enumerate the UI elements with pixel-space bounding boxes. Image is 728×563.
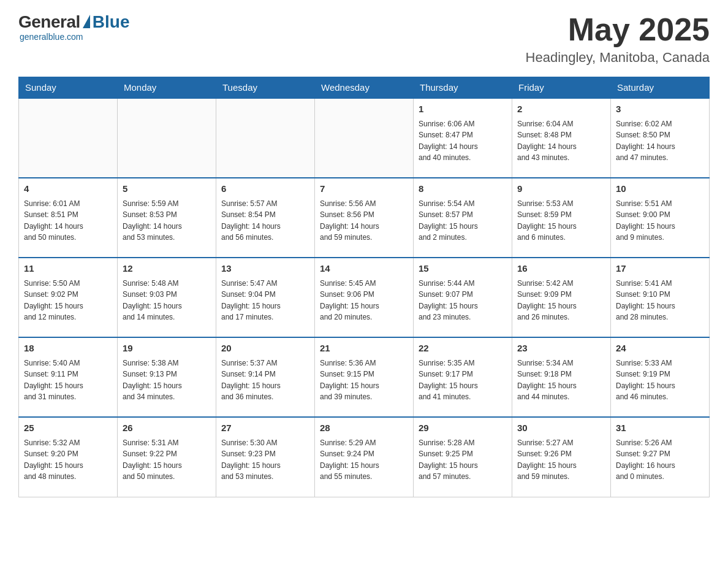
calendar-cell: 20Sunrise: 5:37 AM Sunset: 9:14 PM Dayli… <box>216 337 315 417</box>
day-number: 13 <box>221 262 309 276</box>
day-number: 30 <box>517 421 605 435</box>
day-info: Sunrise: 5:28 AM Sunset: 9:25 PM Dayligh… <box>419 437 507 483</box>
day-number: 31 <box>616 421 704 435</box>
day-number: 21 <box>320 342 408 356</box>
month-year-title: May 2025 <box>526 12 710 47</box>
day-number: 6 <box>221 182 309 196</box>
day-number: 23 <box>517 342 605 356</box>
calendar-cell: 30Sunrise: 5:27 AM Sunset: 9:26 PM Dayli… <box>512 417 611 497</box>
calendar-cell: 11Sunrise: 5:50 AM Sunset: 9:02 PM Dayli… <box>19 258 118 337</box>
calendar-cell: 7Sunrise: 5:56 AM Sunset: 8:56 PM Daylig… <box>315 178 414 258</box>
day-number: 15 <box>419 262 507 276</box>
weekday-header-thursday: Thursday <box>414 77 512 99</box>
day-number: 8 <box>419 182 507 196</box>
calendar-cell <box>315 98 414 178</box>
day-info: Sunrise: 5:50 AM Sunset: 9:02 PM Dayligh… <box>24 278 112 323</box>
day-number: 29 <box>419 421 507 435</box>
week-row-2: 4Sunrise: 6:01 AM Sunset: 8:51 PM Daylig… <box>19 178 710 258</box>
day-info: Sunrise: 5:33 AM Sunset: 9:19 PM Dayligh… <box>616 358 704 403</box>
calendar-cell: 29Sunrise: 5:28 AM Sunset: 9:25 PM Dayli… <box>414 417 512 497</box>
calendar-cell: 18Sunrise: 5:40 AM Sunset: 9:11 PM Dayli… <box>19 337 118 417</box>
weekday-header-row: SundayMondayTuesdayWednesdayThursdayFrid… <box>19 77 710 99</box>
weekday-header-sunday: Sunday <box>19 77 118 99</box>
day-info: Sunrise: 5:57 AM Sunset: 8:54 PM Dayligh… <box>221 198 309 243</box>
day-info: Sunrise: 6:06 AM Sunset: 8:47 PM Dayligh… <box>419 118 507 164</box>
day-info: Sunrise: 5:36 AM Sunset: 9:15 PM Dayligh… <box>320 358 408 403</box>
calendar-cell: 19Sunrise: 5:38 AM Sunset: 9:13 PM Dayli… <box>118 337 216 417</box>
logo-blue-text: Blue <box>93 12 130 32</box>
title-block: May 2025 Headingley, Manitoba, Canada <box>526 12 710 66</box>
day-number: 2 <box>517 102 605 117</box>
calendar-cell: 14Sunrise: 5:45 AM Sunset: 9:06 PM Dayli… <box>315 258 414 337</box>
calendar-cell <box>19 98 118 178</box>
day-number: 24 <box>616 342 704 356</box>
calendar-cell: 12Sunrise: 5:48 AM Sunset: 9:03 PM Dayli… <box>118 258 216 337</box>
calendar-cell: 15Sunrise: 5:44 AM Sunset: 9:07 PM Dayli… <box>414 258 512 337</box>
calendar-cell <box>118 98 216 178</box>
day-number: 22 <box>419 342 507 356</box>
calendar-cell: 9Sunrise: 5:53 AM Sunset: 8:59 PM Daylig… <box>512 178 611 258</box>
day-number: 20 <box>221 342 309 356</box>
day-info: Sunrise: 5:31 AM Sunset: 9:22 PM Dayligh… <box>123 437 211 483</box>
week-row-3: 11Sunrise: 5:50 AM Sunset: 9:02 PM Dayli… <box>19 258 710 337</box>
day-info: Sunrise: 6:02 AM Sunset: 8:50 PM Dayligh… <box>616 118 704 164</box>
day-info: Sunrise: 5:34 AM Sunset: 9:18 PM Dayligh… <box>517 358 605 403</box>
day-number: 28 <box>320 421 408 435</box>
day-info: Sunrise: 6:01 AM Sunset: 8:51 PM Dayligh… <box>24 198 112 243</box>
day-number: 3 <box>616 102 704 117</box>
day-number: 27 <box>221 421 309 435</box>
day-number: 5 <box>123 182 211 196</box>
logo-subtitle: generalblue.com <box>20 32 83 42</box>
calendar-cell: 4Sunrise: 6:01 AM Sunset: 8:51 PM Daylig… <box>19 178 118 258</box>
calendar-cell: 27Sunrise: 5:30 AM Sunset: 9:23 PM Dayli… <box>216 417 315 497</box>
calendar-cell: 17Sunrise: 5:41 AM Sunset: 9:10 PM Dayli… <box>611 258 710 337</box>
day-number: 4 <box>24 182 112 196</box>
calendar-cell: 28Sunrise: 5:29 AM Sunset: 9:24 PM Dayli… <box>315 417 414 497</box>
day-number: 10 <box>616 182 704 196</box>
calendar-cell: 3Sunrise: 6:02 AM Sunset: 8:50 PM Daylig… <box>611 98 710 178</box>
day-info: Sunrise: 6:04 AM Sunset: 8:48 PM Dayligh… <box>517 118 605 164</box>
day-info: Sunrise: 5:44 AM Sunset: 9:07 PM Dayligh… <box>419 278 507 323</box>
day-number: 26 <box>123 421 211 435</box>
day-info: Sunrise: 5:45 AM Sunset: 9:06 PM Dayligh… <box>320 278 408 323</box>
calendar-cell: 25Sunrise: 5:32 AM Sunset: 9:20 PM Dayli… <box>19 417 118 497</box>
day-number: 11 <box>24 262 112 276</box>
day-number: 1 <box>419 102 507 117</box>
day-number: 9 <box>517 182 605 196</box>
weekday-header-saturday: Saturday <box>611 77 710 99</box>
day-info: Sunrise: 5:38 AM Sunset: 9:13 PM Dayligh… <box>123 358 211 403</box>
day-info: Sunrise: 5:54 AM Sunset: 8:57 PM Dayligh… <box>419 198 507 243</box>
day-info: Sunrise: 5:47 AM Sunset: 9:04 PM Dayligh… <box>221 278 309 323</box>
logo-triangle-icon <box>83 15 90 28</box>
calendar-cell: 22Sunrise: 5:35 AM Sunset: 9:17 PM Dayli… <box>414 337 512 417</box>
logo-general-text: General <box>18 12 80 32</box>
calendar-cell: 10Sunrise: 5:51 AM Sunset: 9:00 PM Dayli… <box>611 178 710 258</box>
day-number: 14 <box>320 262 408 276</box>
week-row-5: 25Sunrise: 5:32 AM Sunset: 9:20 PM Dayli… <box>19 417 710 497</box>
weekday-header-tuesday: Tuesday <box>216 77 315 99</box>
day-number: 19 <box>123 342 211 356</box>
calendar-cell: 16Sunrise: 5:42 AM Sunset: 9:09 PM Dayli… <box>512 258 611 337</box>
day-info: Sunrise: 5:51 AM Sunset: 9:00 PM Dayligh… <box>616 198 704 243</box>
calendar-cell: 5Sunrise: 5:59 AM Sunset: 8:53 PM Daylig… <box>118 178 216 258</box>
calendar-cell <box>216 98 315 178</box>
day-info: Sunrise: 5:59 AM Sunset: 8:53 PM Dayligh… <box>123 198 211 243</box>
weekday-header-monday: Monday <box>118 77 216 99</box>
calendar-cell: 31Sunrise: 5:26 AM Sunset: 9:27 PM Dayli… <box>611 417 710 497</box>
day-info: Sunrise: 5:35 AM Sunset: 9:17 PM Dayligh… <box>419 358 507 403</box>
day-info: Sunrise: 5:30 AM Sunset: 9:23 PM Dayligh… <box>221 437 309 483</box>
location-subtitle: Headingley, Manitoba, Canada <box>526 50 710 66</box>
day-info: Sunrise: 5:27 AM Sunset: 9:26 PM Dayligh… <box>517 437 605 483</box>
week-row-1: 1Sunrise: 6:06 AM Sunset: 8:47 PM Daylig… <box>19 98 710 178</box>
day-number: 17 <box>616 262 704 276</box>
calendar-cell: 13Sunrise: 5:47 AM Sunset: 9:04 PM Dayli… <box>216 258 315 337</box>
day-info: Sunrise: 5:56 AM Sunset: 8:56 PM Dayligh… <box>320 198 408 243</box>
calendar-cell: 8Sunrise: 5:54 AM Sunset: 8:57 PM Daylig… <box>414 178 512 258</box>
day-number: 18 <box>24 342 112 356</box>
day-number: 16 <box>517 262 605 276</box>
calendar-table: SundayMondayTuesdayWednesdayThursdayFrid… <box>18 77 710 497</box>
calendar-cell: 23Sunrise: 5:34 AM Sunset: 9:18 PM Dayli… <box>512 337 611 417</box>
day-info: Sunrise: 5:40 AM Sunset: 9:11 PM Dayligh… <box>24 358 112 403</box>
calendar-cell: 6Sunrise: 5:57 AM Sunset: 8:54 PM Daylig… <box>216 178 315 258</box>
day-info: Sunrise: 5:29 AM Sunset: 9:24 PM Dayligh… <box>320 437 408 483</box>
